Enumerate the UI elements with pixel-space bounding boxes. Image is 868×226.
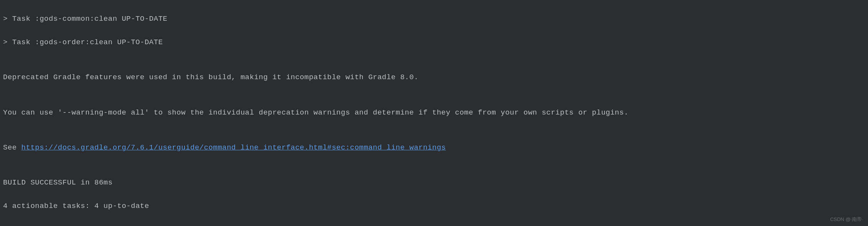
console-line: > Task :gods-common:clean UP-TO-DATE: [3, 13, 865, 25]
console-line: You can use '--warning-mode all' to show…: [3, 107, 865, 118]
console-line: 23:11:57: Execution finished 'clean'.: [3, 223, 865, 226]
console-line: > Task :gods-order:clean UP-TO-DATE: [3, 37, 865, 48]
docs-link[interactable]: https://docs.gradle.org/7.6.1/userguide/…: [21, 143, 446, 152]
watermark-text: CSDN @·南帝·: [830, 216, 863, 224]
console-line: Deprecated Gradle features were used in …: [3, 71, 865, 83]
console-line-with-link: See https://docs.gradle.org/7.6.1/usergu…: [3, 142, 865, 153]
console-line: 4 actionable tasks: 4 up-to-date: [3, 200, 865, 212]
see-text: See: [3, 143, 21, 152]
console-output: > Task :gods-common:clean UP-TO-DATE > T…: [3, 2, 865, 226]
console-line: BUILD SUCCESSFUL in 86ms: [3, 177, 865, 188]
